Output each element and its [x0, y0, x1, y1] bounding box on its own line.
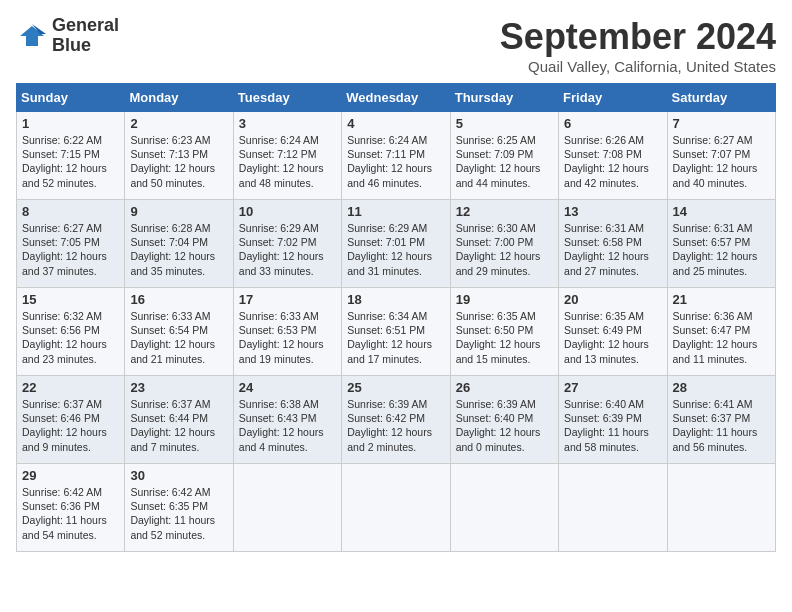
calendar-table: SundayMondayTuesdayWednesdayThursdayFrid… [16, 83, 776, 552]
day-number: 22 [22, 380, 119, 395]
cell-info-line: and 48 minutes. [239, 176, 336, 190]
cell-info-line: Sunset: 7:11 PM [347, 147, 444, 161]
cell-info-line: Sunset: 6:54 PM [130, 323, 227, 337]
cell-info-line: Daylight: 11 hours [564, 425, 661, 439]
cell-info-line: and 29 minutes. [456, 264, 553, 278]
calendar-cell: 2Sunrise: 6:23 AMSunset: 7:13 PMDaylight… [125, 112, 233, 200]
day-number: 13 [564, 204, 661, 219]
cell-info-line: and 56 minutes. [673, 440, 770, 454]
cell-info-line: and 23 minutes. [22, 352, 119, 366]
day-number: 5 [456, 116, 553, 131]
cell-info-line: Sunrise: 6:27 AM [22, 221, 119, 235]
calendar-cell: 25Sunrise: 6:39 AMSunset: 6:42 PMDayligh… [342, 376, 450, 464]
cell-info-line: Sunrise: 6:24 AM [347, 133, 444, 147]
calendar-cell: 18Sunrise: 6:34 AMSunset: 6:51 PMDayligh… [342, 288, 450, 376]
cell-info-line: Sunset: 7:08 PM [564, 147, 661, 161]
cell-info-line: Sunset: 6:43 PM [239, 411, 336, 425]
cell-info-line: Daylight: 12 hours [239, 337, 336, 351]
calendar-week-row: 15Sunrise: 6:32 AMSunset: 6:56 PMDayligh… [17, 288, 776, 376]
weekday-header-monday: Monday [125, 84, 233, 112]
cell-info-line: Sunrise: 6:35 AM [456, 309, 553, 323]
weekday-header-saturday: Saturday [667, 84, 775, 112]
calendar-cell: 17Sunrise: 6:33 AMSunset: 6:53 PMDayligh… [233, 288, 341, 376]
calendar-cell: 16Sunrise: 6:33 AMSunset: 6:54 PMDayligh… [125, 288, 233, 376]
day-number: 7 [673, 116, 770, 131]
logo-bird-icon [16, 22, 48, 50]
cell-info-line: Sunrise: 6:33 AM [239, 309, 336, 323]
cell-info-line: Sunrise: 6:31 AM [673, 221, 770, 235]
cell-info-line: and 4 minutes. [239, 440, 336, 454]
cell-info-line: Sunrise: 6:42 AM [130, 485, 227, 499]
cell-info-line: Daylight: 12 hours [347, 249, 444, 263]
cell-info-line: Daylight: 12 hours [130, 337, 227, 351]
cell-info-line: and 17 minutes. [347, 352, 444, 366]
cell-info-line: Daylight: 12 hours [564, 249, 661, 263]
cell-info-line: and 44 minutes. [456, 176, 553, 190]
cell-info-line: Sunset: 7:00 PM [456, 235, 553, 249]
cell-info-line: Daylight: 12 hours [22, 337, 119, 351]
calendar-week-row: 1Sunrise: 6:22 AMSunset: 7:15 PMDaylight… [17, 112, 776, 200]
calendar-cell [450, 464, 558, 552]
cell-info-line: Daylight: 12 hours [456, 249, 553, 263]
calendar-week-row: 29Sunrise: 6:42 AMSunset: 6:36 PMDayligh… [17, 464, 776, 552]
cell-info-line: Daylight: 12 hours [673, 161, 770, 175]
calendar-cell: 6Sunrise: 6:26 AMSunset: 7:08 PMDaylight… [559, 112, 667, 200]
cell-info-line: Sunrise: 6:22 AM [22, 133, 119, 147]
cell-info-line: and 27 minutes. [564, 264, 661, 278]
day-number: 6 [564, 116, 661, 131]
cell-info-line: Sunset: 7:02 PM [239, 235, 336, 249]
cell-info-line: Sunset: 6:56 PM [22, 323, 119, 337]
cell-info-line: Sunset: 6:42 PM [347, 411, 444, 425]
cell-info-line: Daylight: 12 hours [239, 249, 336, 263]
cell-info-line: Sunset: 7:13 PM [130, 147, 227, 161]
weekday-header-sunday: Sunday [17, 84, 125, 112]
cell-info-line: Daylight: 12 hours [347, 337, 444, 351]
cell-info-line: and 35 minutes. [130, 264, 227, 278]
cell-info-line: Sunset: 6:36 PM [22, 499, 119, 513]
cell-info-line: and 11 minutes. [673, 352, 770, 366]
cell-info-line: Sunrise: 6:26 AM [564, 133, 661, 147]
cell-info-line: Sunrise: 6:23 AM [130, 133, 227, 147]
title-area: September 2024 Quail Valley, California,… [500, 16, 776, 75]
cell-info-line: Sunrise: 6:25 AM [456, 133, 553, 147]
cell-info-line: and 2 minutes. [347, 440, 444, 454]
cell-info-line: Sunrise: 6:36 AM [673, 309, 770, 323]
day-number: 10 [239, 204, 336, 219]
cell-info-line: Sunrise: 6:34 AM [347, 309, 444, 323]
cell-info-line: Sunrise: 6:29 AM [347, 221, 444, 235]
cell-info-line: Daylight: 12 hours [564, 161, 661, 175]
cell-info-line: Sunset: 6:40 PM [456, 411, 553, 425]
calendar-cell: 4Sunrise: 6:24 AMSunset: 7:11 PMDaylight… [342, 112, 450, 200]
cell-info-line: Daylight: 12 hours [239, 161, 336, 175]
cell-info-line: Sunrise: 6:37 AM [22, 397, 119, 411]
cell-info-line: Sunrise: 6:40 AM [564, 397, 661, 411]
weekday-header-row: SundayMondayTuesdayWednesdayThursdayFrid… [17, 84, 776, 112]
cell-info-line: and 15 minutes. [456, 352, 553, 366]
weekday-header-tuesday: Tuesday [233, 84, 341, 112]
cell-info-line: Sunrise: 6:35 AM [564, 309, 661, 323]
day-number: 23 [130, 380, 227, 395]
calendar-cell: 9Sunrise: 6:28 AMSunset: 7:04 PMDaylight… [125, 200, 233, 288]
calendar-cell: 5Sunrise: 6:25 AMSunset: 7:09 PMDaylight… [450, 112, 558, 200]
cell-info-line: Daylight: 12 hours [347, 425, 444, 439]
cell-info-line: Sunset: 7:07 PM [673, 147, 770, 161]
day-number: 21 [673, 292, 770, 307]
calendar-cell: 3Sunrise: 6:24 AMSunset: 7:12 PMDaylight… [233, 112, 341, 200]
calendar-cell [233, 464, 341, 552]
calendar-cell: 29Sunrise: 6:42 AMSunset: 6:36 PMDayligh… [17, 464, 125, 552]
cell-info-line: Sunrise: 6:29 AM [239, 221, 336, 235]
calendar-cell: 26Sunrise: 6:39 AMSunset: 6:40 PMDayligh… [450, 376, 558, 464]
cell-info-line: Sunrise: 6:41 AM [673, 397, 770, 411]
cell-info-line: Sunrise: 6:24 AM [239, 133, 336, 147]
day-number: 30 [130, 468, 227, 483]
cell-info-line: Daylight: 12 hours [130, 161, 227, 175]
logo-text: General Blue [52, 16, 119, 56]
cell-info-line: and 54 minutes. [22, 528, 119, 542]
calendar-cell: 1Sunrise: 6:22 AMSunset: 7:15 PMDaylight… [17, 112, 125, 200]
cell-info-line: Daylight: 11 hours [673, 425, 770, 439]
cell-info-line: Sunset: 6:47 PM [673, 323, 770, 337]
cell-info-line: and 52 minutes. [22, 176, 119, 190]
cell-info-line: and 19 minutes. [239, 352, 336, 366]
cell-info-line: and 40 minutes. [673, 176, 770, 190]
cell-info-line: Sunrise: 6:38 AM [239, 397, 336, 411]
